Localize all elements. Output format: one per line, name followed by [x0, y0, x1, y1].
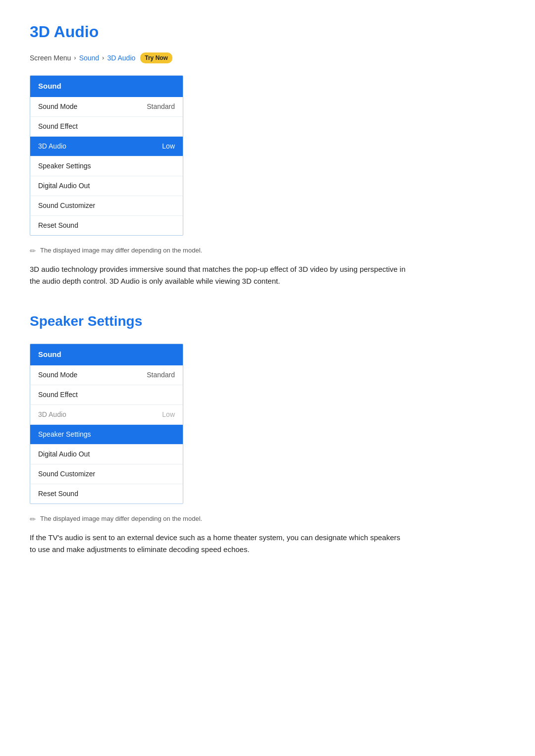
description-2: If the TV's audio is sent to an external…	[30, 532, 406, 555]
menu-label-digital-audio-1: Digital Audio Out	[38, 181, 90, 191]
menu-item-3daudio-2[interactable]: 3D Audio Low	[30, 405, 183, 425]
section-title-speaker-settings: Speaker Settings	[30, 311, 505, 332]
menu-label-reset-sound-1: Reset Sound	[38, 220, 78, 231]
menu-item-digital-audio-2[interactable]: Digital Audio Out	[30, 445, 183, 464]
menu-label-sound-effect-2: Sound Effect	[38, 390, 78, 400]
menu-item-sound-effect-1[interactable]: Sound Effect	[30, 117, 183, 137]
page-title: 3D Audio	[30, 20, 505, 44]
try-now-badge[interactable]: Try Now	[140, 52, 172, 63]
menu-value-sound-mode-1: Standard	[147, 101, 175, 112]
menu-item-reset-sound-2[interactable]: Reset Sound	[30, 484, 183, 504]
menu-item-sound-mode-1[interactable]: Sound Mode Standard	[30, 97, 183, 117]
breadcrumb-sound-link[interactable]: Sound	[79, 53, 99, 63]
note-text-1: The displayed image may differ depending…	[40, 246, 202, 255]
menu-item-sound-effect-2[interactable]: Sound Effect	[30, 385, 183, 405]
note-2: ✏ The displayed image may differ dependi…	[30, 514, 505, 525]
description-1: 3D audio technology provides immersive s…	[30, 263, 406, 287]
breadcrumb: Screen Menu › Sound › 3D Audio Try Now	[30, 52, 505, 63]
breadcrumb-sep2: ›	[102, 53, 104, 63]
menu-value-3daudio-2: Low	[162, 409, 175, 420]
menu-label-3daudio-2: 3D Audio	[38, 409, 66, 420]
menu-item-reset-sound-1[interactable]: Reset Sound	[30, 216, 183, 235]
menu-label-sound-customizer-2: Sound Customizer	[38, 469, 95, 479]
menu-label-speaker-settings-2: Speaker Settings	[38, 429, 91, 440]
menu-panel-1: Sound Sound Mode Standard Sound Effect 3…	[30, 75, 183, 236]
menu-label-sound-effect-1: Sound Effect	[38, 121, 78, 132]
menu-label-sound-mode-1: Sound Mode	[38, 101, 77, 112]
menu-label-speaker-settings-1: Speaker Settings	[38, 161, 91, 171]
menu-item-sound-mode-2[interactable]: Sound Mode Standard	[30, 365, 183, 385]
pencil-icon-1: ✏	[30, 246, 36, 257]
menu-value-sound-mode-2: Standard	[147, 370, 175, 380]
menu-item-sound-customizer-1[interactable]: Sound Customizer	[30, 196, 183, 216]
breadcrumb-3daudio-link[interactable]: 3D Audio	[107, 53, 135, 63]
menu-label-3daudio-1: 3D Audio	[38, 141, 66, 151]
menu-panel-2: Sound Sound Mode Standard Sound Effect 3…	[30, 344, 183, 504]
note-text-2: The displayed image may differ depending…	[40, 514, 202, 524]
breadcrumb-screen-menu: Screen Menu	[30, 53, 71, 63]
note-1: ✏ The displayed image may differ dependi…	[30, 246, 505, 257]
menu-label-reset-sound-2: Reset Sound	[38, 489, 78, 499]
menu-value-3daudio-1: Low	[162, 141, 175, 151]
breadcrumb-sep1: ›	[74, 53, 76, 63]
pencil-icon-2: ✏	[30, 514, 36, 525]
menu-label-sound-mode-2: Sound Mode	[38, 370, 77, 380]
menu-label-digital-audio-2: Digital Audio Out	[38, 449, 90, 459]
menu-item-speaker-settings-2[interactable]: Speaker Settings	[30, 425, 183, 445]
menu-item-digital-audio-1[interactable]: Digital Audio Out	[30, 176, 183, 196]
menu-item-speaker-settings-1[interactable]: Speaker Settings	[30, 156, 183, 176]
menu-item-sound-customizer-2[interactable]: Sound Customizer	[30, 464, 183, 484]
menu-item-3daudio-1[interactable]: 3D Audio Low	[30, 137, 183, 156]
menu-header-1: Sound	[30, 76, 183, 97]
menu-label-sound-customizer-1: Sound Customizer	[38, 201, 95, 211]
menu-header-2: Sound	[30, 344, 183, 365]
